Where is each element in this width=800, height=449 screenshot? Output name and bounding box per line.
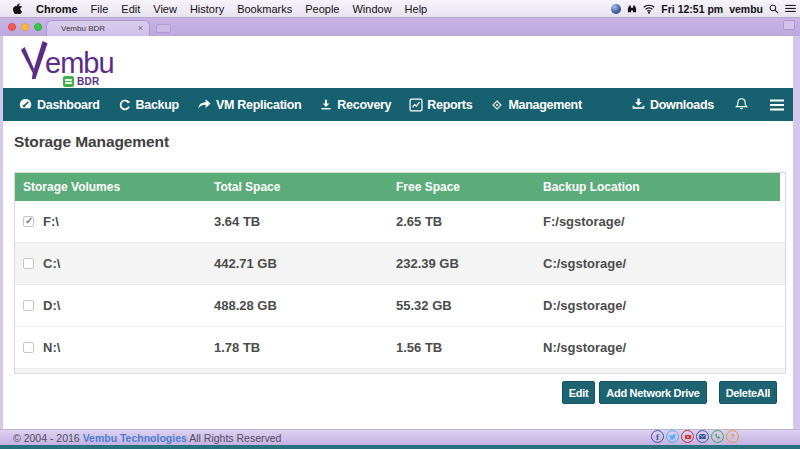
nav-item-management[interactable]: Management [481, 88, 590, 121]
close-window-button[interactable] [8, 23, 16, 31]
main-navbar: DashboardBackupVM ReplicationRecoveryRep… [3, 88, 793, 121]
new-tab-button[interactable] [156, 24, 171, 33]
action-buttons: Edit Add Network Drive DeleteAll [3, 381, 777, 404]
row-checkbox[interactable] [23, 342, 34, 353]
volume-label: F:\ [43, 214, 59, 229]
backup-location-value: D:/sgstorage/ [543, 298, 785, 313]
dashboard-icon [18, 97, 33, 112]
menubar-item[interactable]: Help [405, 3, 428, 15]
apple-icon[interactable] [12, 3, 22, 15]
col-header-total-space: Total Space [214, 180, 396, 194]
free-space-value: 1.56 TB [396, 340, 543, 355]
table-header: Storage Volumes Total Space Free Space B… [15, 173, 780, 201]
backup-location-value: N:/sgstorage/ [543, 340, 785, 355]
browser-tabbar: Vembu BDR × [0, 18, 800, 36]
copyright-text: © 2004 - 2016 Vembu Technologies All Rig… [13, 432, 281, 444]
bdr-label: BDR [77, 76, 100, 87]
total-space-value: 488.28 GB [214, 298, 396, 313]
menubar-item[interactable]: View [153, 3, 177, 15]
free-space-value: 55.32 GB [396, 298, 543, 313]
total-space-value: 3.64 TB [214, 214, 396, 229]
extension-icon[interactable] [611, 4, 621, 14]
nav-item-downloads[interactable]: Downloads [631, 88, 714, 121]
col-header-storage-volumes: Storage Volumes [23, 180, 214, 194]
notifications-bell-button[interactable] [734, 88, 749, 121]
reports-icon [409, 98, 423, 112]
delete-all-button[interactable]: DeleteAll [719, 381, 777, 404]
page-title: Storage Management [14, 133, 793, 151]
page-content: embu BDR DashboardBackupVM ReplicationRe… [3, 36, 793, 429]
volume-label: C:\ [43, 256, 60, 271]
help-social-icon[interactable]: ? [726, 430, 739, 443]
free-space-value: 232.39 GB [396, 256, 543, 271]
notification-center-icon[interactable] [785, 4, 796, 13]
menubar-item[interactable]: History [190, 3, 224, 15]
row-checkbox[interactable] [23, 258, 34, 269]
twitter-social-icon[interactable] [666, 430, 679, 443]
vembu-technologies-link[interactable]: Vembu Technologies [83, 432, 187, 444]
management-icon [490, 98, 504, 112]
table-row: F:\3.64 TB2.65 TBF:/sgstorage/ [15, 201, 785, 243]
email-social-icon[interactable] [696, 430, 709, 443]
menubar-item[interactable]: Chrome [36, 3, 78, 15]
youtube-social-icon[interactable] [681, 430, 694, 443]
volume-label: N:\ [43, 340, 60, 355]
backup-location-value: F:/sgstorage/ [543, 214, 785, 229]
free-space-value: 2.65 TB [396, 214, 543, 229]
tab-title: Vembu BDR [61, 24, 105, 33]
bell-icon [734, 97, 749, 112]
wifi-icon[interactable] [643, 4, 655, 14]
phone-social-icon[interactable] [711, 430, 724, 443]
add-network-drive-button[interactable]: Add Network Drive [599, 381, 706, 404]
minimize-window-button[interactable] [21, 23, 29, 31]
spotlight-search-icon[interactable] [769, 4, 779, 14]
downloads-icon [631, 97, 646, 112]
vm-replication-icon [197, 97, 212, 112]
backup-icon [118, 98, 132, 112]
total-space-value: 1.78 TB [214, 340, 396, 355]
zoom-window-button[interactable] [34, 23, 42, 31]
table-row: D:\488.28 GB55.32 GBD:/sgstorage/ [15, 285, 785, 327]
logo-text: embu [45, 49, 114, 78]
vembu-logo[interactable]: embu [21, 40, 114, 80]
menubar-item[interactable]: Edit [121, 3, 140, 15]
col-header-backup-location: Backup Location [543, 180, 780, 194]
nav-item-vm-replication[interactable]: VM Replication [188, 88, 310, 121]
footer-teal-strip [0, 445, 800, 449]
row-checkbox[interactable] [23, 300, 34, 311]
vembu-v-icon [21, 40, 48, 80]
menubar-item[interactable]: Bookmarks [237, 3, 292, 15]
menubar-item[interactable]: Window [352, 3, 391, 15]
edit-button[interactable]: Edit [562, 381, 596, 404]
macos-menubar: Chrome File Edit View History Bookmarks … [0, 0, 800, 18]
nav-item-backup[interactable]: Backup [109, 88, 188, 121]
bdr-product-icon [63, 76, 74, 87]
menubar-clock[interactable]: Fri 12:51 pm [661, 3, 723, 15]
menubar-user[interactable]: vembu [729, 3, 763, 15]
table-row: C:\442.71 GB232.39 GBC:/sgstorage/ [15, 243, 785, 285]
browser-window-frame: embu BDR DashboardBackupVM ReplicationRe… [0, 36, 800, 429]
bdr-badge: BDR [63, 76, 100, 87]
total-space-value: 442.71 GB [214, 256, 396, 271]
profile-button[interactable] [783, 20, 795, 30]
browser-tab[interactable]: Vembu BDR × [46, 20, 150, 36]
table-row: N:\1.78 TB1.56 TBN:/sgstorage/ [15, 327, 785, 369]
hamburger-icon [770, 99, 784, 111]
nav-item-recovery[interactable]: Recovery [310, 88, 400, 121]
facebook-social-icon[interactable]: f [651, 430, 664, 443]
menubar-item[interactable]: People [305, 3, 339, 15]
backup-location-value: C:/sgstorage/ [543, 256, 785, 271]
page-footer: © 2004 - 2016 Vembu Technologies All Rig… [0, 429, 800, 449]
menu-hamburger-button[interactable] [770, 88, 784, 121]
row-checkbox[interactable] [23, 216, 34, 227]
brand-header: embu BDR [3, 36, 793, 88]
col-header-free-space: Free Space [396, 180, 543, 194]
tab-close-icon[interactable]: × [138, 24, 143, 33]
nav-item-reports[interactable]: Reports [400, 88, 481, 121]
menubar-item[interactable]: File [91, 3, 109, 15]
binoculars-icon[interactable] [627, 4, 637, 14]
table-bottom-strip [15, 369, 785, 373]
nav-item-dashboard[interactable]: Dashboard [9, 88, 109, 121]
recovery-icon [319, 98, 333, 112]
volume-label: D:\ [43, 298, 60, 313]
